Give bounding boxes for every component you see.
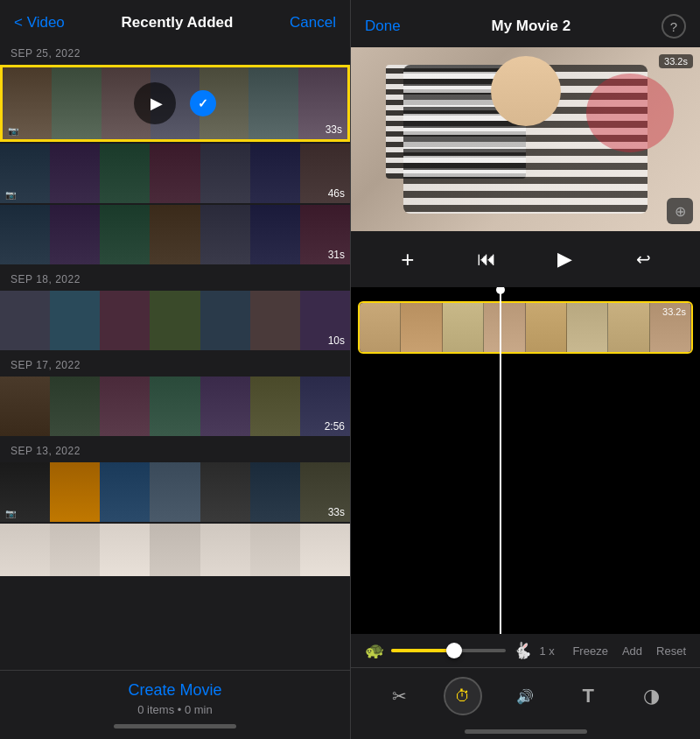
scissors-button[interactable]: ✂ <box>381 677 419 715</box>
speed-gauge-button[interactable]: ⏱ <box>444 677 482 715</box>
speed-control: 🐢 🐇 1 x Freeze Add Reset <box>351 634 700 667</box>
reset-speed-button[interactable]: Reset <box>656 644 686 658</box>
speed-slider-thumb[interactable] <box>446 643 462 658</box>
video-item[interactable]: 33s 📷 <box>0 462 350 522</box>
slow-speed-icon: 🐢 <box>365 641 384 660</box>
video-duration: 31s <box>328 249 345 261</box>
camera-icon: 📷 <box>5 190 16 200</box>
camera-icon: 📷 <box>8 126 18 136</box>
preview-video <box>351 47 700 231</box>
video-item[interactable]: 46s 📷 <box>0 144 350 203</box>
section-date-sep17: SEP 17, 2022 <box>0 352 350 377</box>
preview-duration-badge: 33.2s <box>659 54 693 68</box>
add-media-button[interactable]: + <box>390 242 425 277</box>
movie-title: My Movie 2 <box>491 18 570 35</box>
zoom-icon: ⊕ <box>675 203 686 220</box>
volume-button[interactable]: 🔊 <box>506 677 544 715</box>
video-duration: 46s <box>328 187 345 200</box>
filter-icon: ◑ <box>643 685 660 707</box>
video-item[interactable]: 31s <box>0 205 350 264</box>
video-item[interactable]: 10s <box>0 291 350 350</box>
video-duration: 2:56 <box>325 420 345 433</box>
home-indicator <box>114 724 236 728</box>
play-pause-button[interactable]: ▶ <box>547 242 582 277</box>
done-button[interactable]: Done <box>365 18 401 35</box>
plus-icon: + <box>401 246 414 273</box>
left-header: < Video Recently Added Cancel <box>0 0 350 40</box>
video-item[interactable]: 2:56 <box>0 377 350 436</box>
right-panel: Done My Movie 2 ? 33.2s ⊕ + ⏮ ▶ ↩ <box>350 0 700 739</box>
video-item[interactable] <box>0 524 350 576</box>
cancel-button[interactable]: Cancel <box>290 14 336 32</box>
preview-area: 33.2s ⊕ <box>351 47 700 231</box>
page-title: Recently Added <box>122 14 234 32</box>
play-button[interactable] <box>134 82 176 124</box>
video-duration: 10s <box>328 334 345 347</box>
playhead[interactable] <box>500 287 501 634</box>
speed-gauge-icon: ⏱ <box>455 687 471 706</box>
speed-multiplier: 1 x <box>539 644 565 658</box>
left-panel: < Video Recently Added Cancel SEP 25, 20… <box>0 0 350 739</box>
select-circle[interactable] <box>190 90 216 116</box>
transport-controls: + ⏮ ▶ ↩ <box>351 231 700 287</box>
timeline-clip[interactable]: 33.2s <box>358 301 693 354</box>
video-duration: 33s <box>326 123 342 136</box>
speed-slider[interactable] <box>391 642 506 659</box>
volume-icon: 🔊 <box>516 688 534 705</box>
freeze-button[interactable]: Freeze <box>572 644 607 658</box>
help-button[interactable]: ? <box>662 14 686 39</box>
text-button[interactable]: T <box>569 677 607 715</box>
create-movie-button[interactable]: Create Movie <box>0 681 350 700</box>
left-footer: Create Movie 0 items • 0 min <box>0 670 350 739</box>
clip-duration: 33.2s <box>662 306 686 317</box>
section-date-sep25: SEP 25, 2022 <box>0 40 350 65</box>
skip-back-button[interactable]: ⏮ <box>469 242 504 277</box>
text-icon: T <box>583 685 594 707</box>
create-movie-meta: 0 items • 0 min <box>137 703 212 716</box>
section-date-sep18: SEP 18, 2022 <box>0 266 350 291</box>
camera-icon: 📷 <box>5 509 16 518</box>
section-date-sep13: SEP 13, 2022 <box>0 438 350 462</box>
timeline-area[interactable]: 33.2s <box>351 287 700 634</box>
home-indicator <box>465 729 587 734</box>
filter-button[interactable]: ◑ <box>632 677 670 715</box>
scissors-icon: ✂ <box>392 686 407 707</box>
right-header: Done My Movie 2 ? <box>351 0 700 47</box>
help-icon: ? <box>670 19 677 34</box>
undo-button[interactable]: ↩ <box>626 242 661 277</box>
video-list: SEP 25, 2022 33s 📷 <box>0 40 350 670</box>
bottom-toolbar: ✂ ⏱ 🔊 T ◑ <box>351 667 700 724</box>
video-duration: 33s <box>328 506 345 518</box>
zoom-button[interactable]: ⊕ <box>667 198 693 224</box>
skip-back-icon: ⏮ <box>477 248 496 271</box>
back-button[interactable]: < Video <box>14 14 65 32</box>
play-icon: ▶ <box>557 248 572 271</box>
add-speed-button[interactable]: Add <box>622 644 642 658</box>
undo-icon: ↩ <box>636 249 651 270</box>
fast-speed-icon: 🐇 <box>513 641 532 660</box>
video-item[interactable]: 33s 📷 <box>0 65 350 142</box>
